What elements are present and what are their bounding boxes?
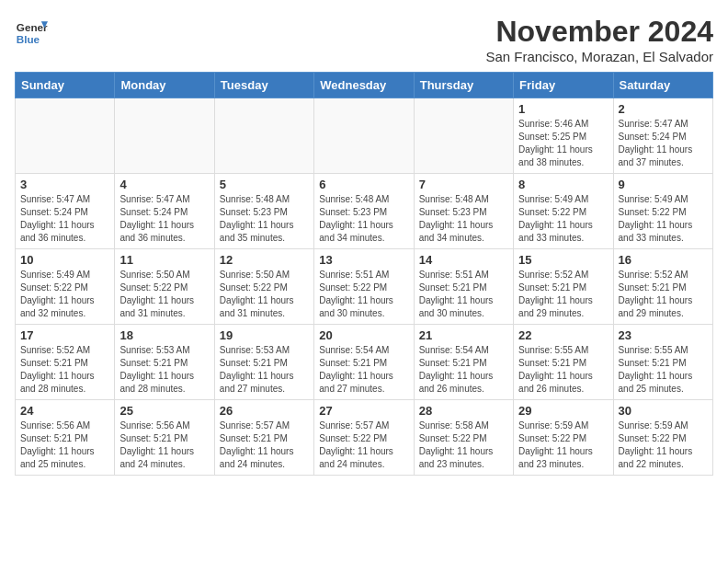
day-info: Sunrise: 5:52 AM Sunset: 5:21 PM Dayligh… [20, 344, 109, 396]
week-row-4: 17Sunrise: 5:52 AM Sunset: 5:21 PM Dayli… [16, 325, 713, 400]
day-info: Sunrise: 5:48 AM Sunset: 5:23 PM Dayligh… [419, 193, 508, 245]
day-info: Sunrise: 5:49 AM Sunset: 5:22 PM Dayligh… [20, 269, 109, 320]
month-title: November 2024 [485, 15, 713, 49]
day-number: 8 [518, 178, 608, 191]
day-number: 20 [319, 328, 408, 342]
day-number: 5 [220, 178, 309, 191]
week-row-3: 10Sunrise: 5:49 AM Sunset: 5:22 PM Dayli… [16, 249, 713, 325]
day-header-saturday: Saturday [613, 73, 712, 98]
day-info: Sunrise: 5:48 AM Sunset: 5:23 PM Dayligh… [220, 193, 309, 245]
day-info: Sunrise: 5:54 AM Sunset: 5:21 PM Dayligh… [319, 344, 408, 396]
day-number: 9 [619, 178, 708, 191]
day-cell: 5Sunrise: 5:48 AM Sunset: 5:23 PM Daylig… [214, 174, 313, 249]
day-info: Sunrise: 5:57 AM Sunset: 5:22 PM Dayligh… [319, 419, 408, 471]
day-cell: 2Sunrise: 5:47 AM Sunset: 5:24 PM Daylig… [613, 98, 712, 174]
day-info: Sunrise: 5:52 AM Sunset: 5:21 PM Dayligh… [518, 269, 608, 320]
day-number: 11 [119, 253, 209, 267]
day-header-thursday: Thursday [414, 73, 513, 98]
day-cell: 19Sunrise: 5:53 AM Sunset: 5:21 PM Dayli… [214, 325, 313, 400]
day-cell: 3Sunrise: 5:47 AM Sunset: 5:24 PM Daylig… [16, 174, 115, 249]
day-cell: 8Sunrise: 5:49 AM Sunset: 5:22 PM Daylig… [514, 174, 613, 249]
day-info: Sunrise: 5:54 AM Sunset: 5:21 PM Dayligh… [419, 344, 508, 396]
day-cell: 9Sunrise: 5:49 AM Sunset: 5:22 PM Daylig… [613, 174, 712, 249]
day-cell: 23Sunrise: 5:55 AM Sunset: 5:21 PM Dayli… [613, 325, 712, 400]
day-number: 26 [220, 404, 309, 418]
day-info: Sunrise: 5:47 AM Sunset: 5:24 PM Dayligh… [20, 193, 109, 245]
day-number: 28 [419, 404, 508, 418]
day-cell: 27Sunrise: 5:57 AM Sunset: 5:22 PM Dayli… [314, 400, 414, 476]
day-number: 25 [119, 404, 209, 418]
day-number: 14 [419, 253, 508, 267]
day-info: Sunrise: 5:55 AM Sunset: 5:21 PM Dayligh… [619, 344, 708, 396]
week-row-2: 3Sunrise: 5:47 AM Sunset: 5:24 PM Daylig… [16, 174, 713, 249]
day-info: Sunrise: 5:49 AM Sunset: 5:22 PM Dayligh… [518, 193, 608, 245]
day-number: 7 [419, 178, 508, 191]
day-cell: 28Sunrise: 5:58 AM Sunset: 5:22 PM Dayli… [414, 400, 513, 476]
day-number: 19 [220, 328, 309, 342]
day-cell: 30Sunrise: 5:59 AM Sunset: 5:22 PM Dayli… [613, 400, 712, 476]
day-number: 4 [119, 178, 209, 191]
day-info: Sunrise: 5:57 AM Sunset: 5:21 PM Dayligh… [220, 419, 309, 471]
day-info: Sunrise: 5:53 AM Sunset: 5:21 PM Dayligh… [220, 344, 309, 396]
day-cell: 24Sunrise: 5:56 AM Sunset: 5:21 PM Dayli… [16, 400, 115, 476]
day-cell: 13Sunrise: 5:51 AM Sunset: 5:22 PM Dayli… [314, 249, 414, 325]
week-row-1: 1Sunrise: 5:46 AM Sunset: 5:25 PM Daylig… [16, 98, 713, 174]
day-cell: 29Sunrise: 5:59 AM Sunset: 5:22 PM Dayli… [514, 400, 613, 476]
day-cell [214, 98, 313, 174]
calendar-table: SundayMondayTuesdayWednesdayThursdayFrid… [15, 72, 713, 476]
day-number: 12 [220, 253, 309, 267]
day-cell: 20Sunrise: 5:54 AM Sunset: 5:21 PM Dayli… [314, 325, 414, 400]
day-number: 1 [518, 102, 608, 116]
day-cell [115, 98, 214, 174]
day-cell: 18Sunrise: 5:53 AM Sunset: 5:21 PM Dayli… [115, 325, 214, 400]
day-info: Sunrise: 5:56 AM Sunset: 5:21 PM Dayligh… [119, 419, 209, 471]
day-number: 13 [319, 253, 408, 267]
day-number: 24 [20, 404, 109, 418]
week-row-5: 24Sunrise: 5:56 AM Sunset: 5:21 PM Dayli… [16, 400, 713, 476]
day-info: Sunrise: 5:59 AM Sunset: 5:22 PM Dayligh… [518, 419, 608, 471]
logo: General Blue [15, 15, 48, 48]
day-info: Sunrise: 5:51 AM Sunset: 5:22 PM Dayligh… [319, 269, 408, 320]
day-info: Sunrise: 5:51 AM Sunset: 5:21 PM Dayligh… [419, 269, 508, 320]
day-cell: 10Sunrise: 5:49 AM Sunset: 5:22 PM Dayli… [16, 249, 115, 325]
day-number: 6 [319, 178, 408, 191]
day-info: Sunrise: 5:47 AM Sunset: 5:24 PM Dayligh… [119, 193, 209, 245]
day-cell: 14Sunrise: 5:51 AM Sunset: 5:21 PM Dayli… [414, 249, 513, 325]
day-cell: 26Sunrise: 5:57 AM Sunset: 5:21 PM Dayli… [214, 400, 313, 476]
day-cell [314, 98, 414, 174]
day-number: 18 [119, 328, 209, 342]
day-number: 21 [419, 328, 508, 342]
day-cell: 11Sunrise: 5:50 AM Sunset: 5:22 PM Dayli… [115, 249, 214, 325]
day-number: 3 [20, 178, 109, 191]
day-header-wednesday: Wednesday [314, 73, 414, 98]
day-number: 10 [20, 253, 109, 267]
day-cell: 22Sunrise: 5:55 AM Sunset: 5:21 PM Dayli… [514, 325, 613, 400]
day-number: 22 [518, 328, 608, 342]
day-cell: 4Sunrise: 5:47 AM Sunset: 5:24 PM Daylig… [115, 174, 214, 249]
title-area: November 2024 San Francisco, Morazan, El… [485, 15, 713, 64]
day-cell: 25Sunrise: 5:56 AM Sunset: 5:21 PM Dayli… [115, 400, 214, 476]
day-cell: 7Sunrise: 5:48 AM Sunset: 5:23 PM Daylig… [414, 174, 513, 249]
day-number: 15 [518, 253, 608, 267]
day-header-tuesday: Tuesday [214, 73, 313, 98]
day-info: Sunrise: 5:49 AM Sunset: 5:22 PM Dayligh… [619, 193, 708, 245]
day-info: Sunrise: 5:53 AM Sunset: 5:21 PM Dayligh… [119, 344, 209, 396]
svg-text:Blue: Blue [17, 33, 40, 45]
day-info: Sunrise: 5:58 AM Sunset: 5:22 PM Dayligh… [419, 419, 508, 471]
day-info: Sunrise: 5:46 AM Sunset: 5:25 PM Dayligh… [518, 118, 608, 169]
day-number: 23 [619, 328, 708, 342]
day-info: Sunrise: 5:56 AM Sunset: 5:21 PM Dayligh… [20, 419, 109, 471]
day-cell: 21Sunrise: 5:54 AM Sunset: 5:21 PM Dayli… [414, 325, 513, 400]
day-info: Sunrise: 5:59 AM Sunset: 5:22 PM Dayligh… [619, 419, 708, 471]
day-cell [16, 98, 115, 174]
day-cell: 17Sunrise: 5:52 AM Sunset: 5:21 PM Dayli… [16, 325, 115, 400]
day-cell: 12Sunrise: 5:50 AM Sunset: 5:22 PM Dayli… [214, 249, 313, 325]
day-number: 27 [319, 404, 408, 418]
day-cell: 15Sunrise: 5:52 AM Sunset: 5:21 PM Dayli… [514, 249, 613, 325]
location-subtitle: San Francisco, Morazan, El Salvador [485, 49, 713, 64]
day-cell: 6Sunrise: 5:48 AM Sunset: 5:23 PM Daylig… [314, 174, 414, 249]
day-number: 16 [619, 253, 708, 267]
day-cell [414, 98, 513, 174]
day-info: Sunrise: 5:50 AM Sunset: 5:22 PM Dayligh… [220, 269, 309, 320]
day-info: Sunrise: 5:47 AM Sunset: 5:24 PM Dayligh… [619, 118, 708, 169]
